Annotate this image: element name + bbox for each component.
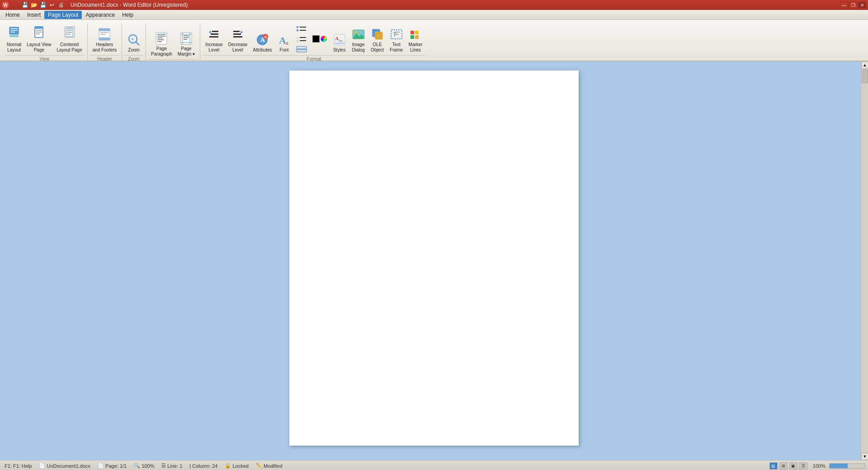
zoom-percentage: 100%: [813, 463, 826, 469]
document-area: ▲ ▼: [0, 61, 868, 460]
page-label: Page: 1/1: [105, 463, 127, 469]
zoom-icon: +: [127, 33, 141, 47]
status-column: | Column: 24: [188, 463, 219, 469]
page-paragraph-label: PageParagraph: [151, 46, 172, 57]
view-normal-btn[interactable]: ▤: [769, 462, 778, 470]
font-label: Font: [280, 47, 289, 53]
menu-bar: Home Insert Page Layout Appearance Help: [0, 10, 868, 20]
svg-rect-10: [35, 27, 43, 28]
zoom-slider[interactable]: [829, 463, 865, 469]
menu-appearance[interactable]: Appearance: [82, 11, 118, 19]
filename-label: UnDocument1.docx: [47, 463, 90, 469]
vertical-scrollbar[interactable]: ▲ ▼: [861, 61, 868, 460]
menu-page-layout[interactable]: Page Layout: [44, 11, 82, 19]
svg-rect-1: [10, 28, 18, 29]
menu-help[interactable]: Help: [118, 11, 137, 19]
ole-object-button[interactable]: OLEObject: [368, 24, 387, 54]
ribbon-content: NormalLayout Layout ViewP: [0, 20, 868, 61]
status-modified: ✏️ Modified: [254, 463, 284, 469]
zoom-button[interactable]: + Zoom: [125, 24, 143, 54]
centered-layout-button[interactable]: CenteredLayout Page: [55, 24, 85, 54]
format-group-label: Format: [203, 55, 425, 61]
document-page[interactable]: [289, 70, 579, 446]
qa-save[interactable]: 💾: [21, 1, 29, 9]
color-picker-button[interactable]: [311, 33, 328, 44]
svg-text:A: A: [264, 35, 267, 39]
svg-rect-37: [184, 37, 189, 38]
svg-rect-16: [67, 34, 71, 35]
qa-open[interactable]: 📂: [30, 1, 38, 9]
minimize-button[interactable]: —: [840, 2, 848, 8]
close-button[interactable]: ✕: [858, 2, 866, 8]
svg-rect-18: [99, 28, 110, 31]
page-group-items: PageParagraph: [149, 24, 197, 58]
svg-line-23: [136, 42, 139, 45]
svg-text:A: A: [335, 36, 339, 41]
text-frame-button[interactable]: T TextFrame: [387, 24, 406, 54]
svg-text:bc: bc: [339, 38, 343, 43]
menu-insert[interactable]: Insert: [24, 11, 44, 19]
status-line: ☰ Line: 1: [160, 463, 184, 469]
marker-lines-button[interactable]: MarkerLines: [406, 24, 425, 54]
scrollbar-down-arrow[interactable]: ▼: [861, 453, 868, 460]
window-controls: — ❐ ✕: [840, 2, 866, 8]
window-title: UnDocument1.docx - Word Editor (Unregist…: [71, 2, 188, 8]
zoom-label: 100%: [142, 463, 154, 469]
svg-rect-72: [376, 33, 382, 38]
list-unordered-button[interactable]: [294, 24, 309, 34]
styles-icon: A bc: [333, 33, 346, 47]
page-margin-label: PageMargin ▾: [178, 46, 195, 57]
increase-level-icon: [208, 28, 220, 42]
styles-button[interactable]: A bc Styles: [330, 24, 349, 54]
decrease-level-icon: [231, 28, 244, 42]
view-outline-btn[interactable]: ☰: [799, 462, 807, 470]
svg-rect-80: [415, 35, 419, 39]
view-print-btn[interactable]: ▣: [789, 462, 797, 470]
svg-rect-41: [209, 36, 218, 38]
file-icon: 📄: [39, 463, 45, 469]
svg-rect-36: [184, 35, 189, 36]
svg-rect-60: [300, 40, 306, 41]
svg-rect-8: [36, 32, 42, 33]
scrollbar-thumb[interactable]: [862, 70, 868, 83]
restore-button[interactable]: ❐: [849, 2, 857, 8]
svg-text:a: a: [286, 39, 288, 46]
headers-footers-button[interactable]: Headersand Footers: [90, 24, 119, 54]
qa-save2[interactable]: 💾: [39, 1, 47, 9]
svg-text:A: A: [279, 35, 286, 46]
list-ordered-button[interactable]: 1. 2.: [294, 35, 309, 45]
svg-rect-19: [99, 38, 110, 40]
list-outline-button[interactable]: [294, 45, 309, 55]
increase-level-button[interactable]: IncreaseLevel: [203, 24, 225, 54]
image-dialog-icon: [352, 28, 365, 42]
ole-object-label: OLEObject: [371, 42, 384, 53]
image-dialog-button[interactable]: ImageDialog: [349, 24, 368, 54]
zoom-group-items: + Zoom: [125, 24, 143, 54]
svg-marker-42: [208, 31, 211, 33]
decrease-level-button[interactable]: DecreaseLevel: [226, 24, 250, 54]
qa-print[interactable]: 🖨: [57, 1, 65, 9]
attributes-button[interactable]: A A Attributes: [250, 24, 274, 54]
font-button[interactable]: A a Font: [275, 24, 293, 54]
qa-undo[interactable]: ↩: [48, 1, 56, 9]
svg-rect-21: [100, 34, 106, 35]
help-label: F1: Help: [13, 463, 32, 469]
zoom-label: Zoom: [128, 47, 140, 53]
svg-rect-35: [181, 42, 192, 43]
headers-footers-label: Headersand Footers: [93, 42, 117, 53]
page-margin-button[interactable]: PageMargin ▾: [175, 28, 197, 58]
svg-rect-2: [10, 30, 18, 31]
menu-home[interactable]: Home: [2, 11, 24, 19]
svg-rect-27: [157, 36, 165, 37]
page-paragraph-button[interactable]: PageParagraph: [149, 28, 175, 58]
line-icon: ☰: [161, 463, 166, 469]
normal-layout-button[interactable]: NormalLayout: [5, 24, 24, 54]
svg-rect-26: [157, 34, 165, 35]
view-web-btn[interactable]: ⊞: [779, 462, 788, 470]
svg-rect-44: [233, 33, 241, 35]
svg-rect-43: [233, 31, 240, 32]
svg-rect-54: [300, 27, 306, 28]
svg-rect-76: [394, 34, 399, 35]
page-layout-button[interactable]: Layout ViewPage: [24, 24, 53, 54]
scrollbar-up-arrow[interactable]: ▲: [861, 61, 868, 69]
